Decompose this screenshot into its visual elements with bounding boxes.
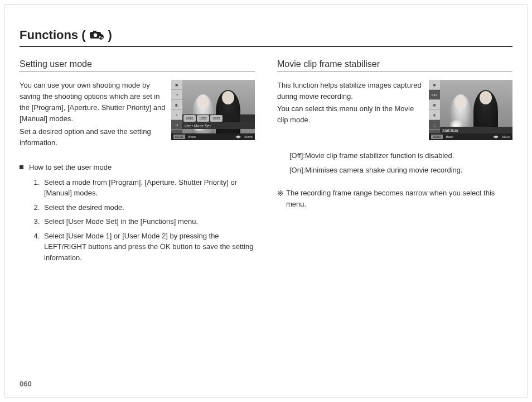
camera-label: Stabilizer — [440, 127, 512, 133]
camera-screen-user-mode: ▣ ☀ ◧ 1 U ▦ USE1 USE2 USE3 User Mo — [171, 80, 255, 140]
sidebar-item: ▣ — [171, 80, 182, 90]
menu-chip: MENU — [431, 135, 443, 139]
back-label: Back — [446, 135, 453, 138]
camera-screen-stabiliser: ▣ 640 ▦ ◐ ⬚ ▦ Stabilizer MENU Back — [429, 80, 512, 140]
camera-sidebar: ▣ ☀ ◧ 1 U ▦ — [171, 80, 182, 140]
user-chip: USE3 — [210, 115, 223, 122]
move-label: Move — [502, 135, 510, 138]
camera-bottom-bar: MENU Back ◀▶ Move — [171, 133, 255, 140]
svg-rect-0 — [93, 31, 96, 32]
nav-icon: ◀▶ — [235, 135, 241, 139]
sidebar-item: 1 — [171, 110, 182, 120]
sidebar-item: 640 — [429, 90, 440, 100]
camera-bottom-bar: MENU Back ◀▶ Move — [429, 133, 512, 140]
sidebar-item: ◐ — [429, 110, 440, 120]
sidebar-item-active: U — [171, 120, 182, 130]
nav-icon: ◀▶ — [493, 135, 499, 139]
camera-user-row: USE1 USE2 USE3 — [182, 114, 255, 122]
camera-sidebar: ▣ 640 ▦ ◐ ⬚ ▦ — [429, 80, 440, 140]
user-chip: USE1 — [183, 115, 196, 122]
sidebar-item: ▦ — [429, 100, 440, 110]
menu-chip: MENU — [173, 135, 185, 139]
sidebar-item: ☀ — [171, 90, 182, 100]
camera-label: User Mode Set — [182, 122, 255, 129]
page-number: 060 — [20, 380, 32, 388]
sidebar-item: ▣ — [429, 80, 440, 90]
sidebar-item: ◧ — [171, 100, 182, 110]
svg-point-1 — [93, 34, 96, 37]
back-label: Back — [188, 135, 196, 138]
svg-text:Fn: Fn — [99, 36, 103, 39]
camera-photo — [440, 80, 512, 133]
move-label: Move — [244, 135, 253, 138]
fn-icon: Fn — [89, 30, 105, 40]
sidebar-item-active: ⬚ — [429, 120, 440, 130]
user-chip: USE2 — [197, 115, 209, 122]
page-border — [4, 4, 528, 398]
